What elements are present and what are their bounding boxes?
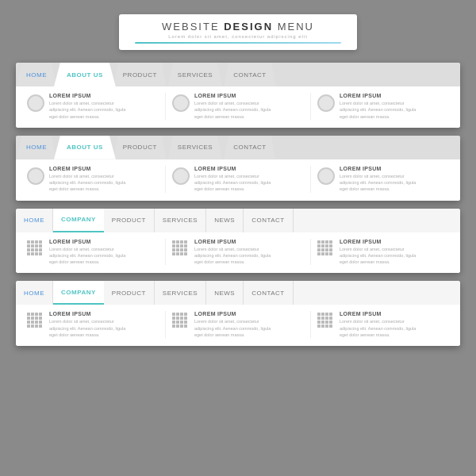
grid-dot (39, 248, 42, 251)
grid-dot (321, 313, 324, 316)
nav-item-news[interactable]: NEWS (206, 281, 244, 305)
grid-dot (27, 321, 30, 324)
content-desc: Lorem dolor sit amet, consecteturadipisc… (194, 100, 271, 120)
grid-dot (180, 321, 183, 324)
nav-item-product[interactable]: PRODUCT (104, 209, 155, 232)
grid-dot (317, 313, 321, 316)
grid-dot (172, 240, 175, 244)
content-desc: Lorem dolor sit amet, consecteturadipisc… (49, 318, 125, 338)
nav-item-home[interactable]: HOME (16, 209, 53, 232)
grid-dot (172, 324, 175, 328)
content-desc: Lorem dolor sit amet, consecteturadipisc… (340, 100, 416, 120)
nav-item-services[interactable]: SERVICES (168, 63, 222, 86)
grid-dot (321, 321, 324, 324)
content-text: LOREM IPSUMLorem dolor sit amet, consect… (49, 93, 125, 120)
content-item: LOREM IPSUMLorem dolor sit amet, consect… (311, 93, 455, 120)
content-row-menu2: LOREM IPSUMLorem dolor sit amet, consect… (16, 159, 460, 201)
content-title: LOREM IPSUM (194, 166, 271, 171)
grid-dot (27, 240, 30, 244)
circle-icon (172, 167, 190, 185)
nav-item-services[interactable]: SERVICES (168, 136, 222, 159)
grid-icon (172, 313, 190, 330)
circle-icon (27, 167, 44, 185)
grid-dot (325, 317, 328, 320)
grid-dot (184, 252, 187, 255)
grid-dot (321, 324, 324, 328)
grid-dot (329, 244, 332, 248)
grid-dot (184, 324, 187, 328)
grid-dot (317, 240, 321, 244)
grid-dot (325, 248, 328, 251)
nav-block-menu1: HOMEABOUT USPRODUCTSERVICESCONTACTLOREM … (16, 63, 460, 128)
grid-dot (176, 321, 179, 324)
content-row-menu1: LOREM IPSUMLorem dolor sit amet, consect… (16, 86, 460, 128)
grid-dot (184, 317, 187, 320)
grid-dot (184, 240, 187, 244)
grid-dot (321, 240, 324, 244)
grid-dot (35, 240, 38, 244)
grid-dot (321, 252, 324, 255)
grid-dot (31, 248, 34, 251)
grid-dot (27, 248, 30, 251)
content-item: LOREM IPSUMLorem dolor sit amet, consect… (166, 166, 311, 193)
content-item: LOREM IPSUMLorem dolor sit amet, consect… (21, 311, 166, 338)
content-desc: Lorem dolor sit amet, consecteturadipisc… (49, 100, 125, 120)
nav-item-company[interactable]: COMPANY (53, 209, 104, 232)
nav-item-contact[interactable]: CONTACT (244, 209, 294, 232)
grid-dot (176, 248, 179, 251)
content-text: LOREM IPSUMLorem dolor sit amet, consect… (49, 166, 125, 193)
circle-icon (317, 94, 335, 112)
content-title: LOREM IPSUM (194, 311, 271, 317)
nav-item-about-us[interactable]: ABOUT US (54, 136, 116, 159)
nav-item-services[interactable]: SERVICES (155, 209, 206, 232)
grid-dot (27, 324, 30, 328)
grid-dot (329, 313, 332, 316)
grid-dot (35, 317, 38, 320)
grid-dot (39, 321, 42, 324)
content-title: LOREM IPSUM (49, 166, 125, 171)
grid-dot (172, 313, 175, 316)
grid-icon (317, 240, 335, 258)
content-text: LOREM IPSUMLorem dolor sit amet, consect… (194, 93, 271, 120)
nav-bar-menu4: HOMECOMPANYPRODUCTSERVICESNEWSCONTACT (16, 281, 460, 305)
content-item: LOREM IPSUMLorem dolor sit amet, consect… (21, 166, 166, 193)
nav-block-menu4: HOMECOMPANYPRODUCTSERVICESNEWSCONTACTLOR… (16, 281, 460, 346)
grid-dot (31, 252, 34, 255)
grid-dot (180, 240, 183, 244)
grid-dot (325, 240, 328, 244)
grid-icon (27, 240, 44, 258)
nav-item-contact[interactable]: CONTACT (244, 281, 294, 305)
nav-item-home[interactable]: HOME (17, 63, 56, 86)
nav-item-contact[interactable]: CONTACT (224, 136, 276, 159)
grid-dot (27, 313, 30, 316)
content-item: LOREM IPSUMLorem dolor sit amet, consect… (21, 93, 166, 120)
content-desc: Lorem dolor sit amet, consecteturadipisc… (49, 246, 125, 266)
nav-item-product[interactable]: PRODUCT (104, 281, 155, 305)
content-text: LOREM IPSUMLorem dolor sit amet, consect… (49, 239, 125, 266)
content-desc: Lorem dolor sit amet, consecteturadipisc… (340, 318, 416, 338)
nav-item-about-us[interactable]: ABOUT US (54, 63, 116, 86)
content-item: LOREM IPSUMLorem dolor sit amet, consect… (166, 311, 311, 338)
content-desc: Lorem dolor sit amet, consecteturadipisc… (340, 173, 416, 193)
nav-item-product[interactable]: PRODUCT (113, 63, 167, 86)
content-title: LOREM IPSUM (49, 93, 125, 98)
nav-item-company[interactable]: COMPANY (53, 281, 104, 305)
grid-dot (180, 324, 183, 328)
grid-dot (39, 317, 42, 320)
nav-item-home[interactable]: HOME (17, 136, 56, 159)
nav-item-news[interactable]: NEWS (206, 209, 244, 232)
grid-dot (35, 252, 38, 255)
nav-item-services[interactable]: SERVICES (155, 281, 206, 305)
content-row-menu3: LOREM IPSUMLorem dolor sit amet, consect… (16, 232, 460, 274)
grid-dot (184, 248, 187, 251)
nav-item-contact[interactable]: CONTACT (224, 63, 276, 86)
nav-item-product[interactable]: PRODUCT (113, 136, 167, 159)
nav-item-home[interactable]: HOME (16, 281, 53, 305)
grid-dot (27, 244, 30, 248)
grid-dot (325, 252, 328, 255)
circle-icon (172, 94, 190, 112)
grid-dot (329, 317, 332, 320)
grid-dot (180, 313, 183, 316)
grid-icon (172, 240, 190, 258)
content-title: LOREM IPSUM (49, 311, 125, 317)
